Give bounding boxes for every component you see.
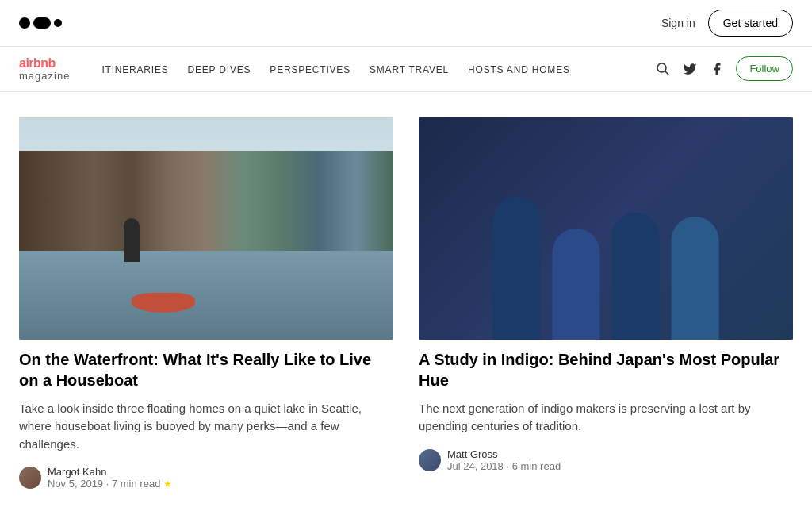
author-name-indigo[interactable]: Matt Gross (447, 448, 561, 460)
twitter-icon[interactable] (682, 61, 698, 77)
article-image-houseboat[interactable] (19, 117, 393, 340)
nav-item-itineraries[interactable]: ITINERARIES (102, 62, 168, 76)
brand-logo[interactable]: airbnb magazine (19, 56, 70, 82)
brand-sub: magazine (19, 71, 70, 82)
article-title-indigo[interactable]: A Study in Indigo: Behind Japan's Most P… (419, 349, 793, 390)
indigo-figures (493, 197, 719, 340)
article-excerpt-indigo: The next generation of indigo makers is … (419, 400, 793, 436)
author-name-houseboat[interactable]: Margot Kahn (48, 466, 172, 478)
get-started-button[interactable]: Get started (708, 10, 793, 37)
sign-in-button[interactable]: Sign in (661, 17, 695, 29)
meta-date-houseboat: Nov 5, 2019 · 7 min read ★ (48, 478, 172, 490)
nav-item-smart-travel[interactable]: SMART TRAVEL (370, 62, 449, 76)
author-avatar-matt (419, 449, 441, 471)
top-bar-right: Sign in Get started (661, 10, 793, 37)
indigo-person-3 (612, 213, 660, 340)
brand-name: airbnb (19, 56, 70, 71)
articles-container: On the Waterfront: What It's Really Like… (0, 92, 812, 515)
meta-date-indigo: Jul 24, 2018 · 6 min read (447, 460, 561, 472)
nav-right: Follow (655, 56, 793, 81)
indigo-person-1 (493, 197, 541, 340)
top-bar: Sign in Get started (0, 0, 812, 47)
article-meta-houseboat: Margot Kahn Nov 5, 2019 · 7 min read ★ (19, 466, 393, 490)
nav-bar: airbnb magazine ITINERARIES DEEP DIVES P… (0, 47, 812, 92)
article-title-houseboat[interactable]: On the Waterfront: What It's Really Like… (19, 349, 393, 390)
meta-info-houseboat: Margot Kahn Nov 5, 2019 · 7 min read ★ (48, 466, 172, 490)
search-icon[interactable] (655, 61, 671, 77)
medium-logo[interactable] (19, 17, 62, 29)
scene-water (19, 251, 393, 340)
article-card-indigo: A Study in Indigo: Behind Japan's Most P… (419, 117, 793, 490)
article-meta-indigo: Matt Gross Jul 24, 2018 · 6 min read (419, 448, 793, 472)
medium-dot-large (19, 17, 30, 29)
follow-button[interactable]: Follow (736, 56, 793, 81)
nav-item-perspectives[interactable]: PERSPECTIVES (270, 62, 350, 76)
facebook-icon[interactable] (709, 61, 725, 77)
article-excerpt-houseboat: Take a look inside three floating homes … (19, 400, 393, 454)
nav-links: ITINERARIES DEEP DIVES PERSPECTIVES SMAR… (102, 62, 630, 76)
nav-item-hosts-and-homes[interactable]: HOSTS AND HOMES (468, 62, 570, 76)
article-card-houseboat: On the Waterfront: What It's Really Like… (19, 117, 393, 490)
svg-line-1 (665, 71, 669, 75)
medium-dot-m (33, 17, 51, 29)
nav-item-deep-dives[interactable]: DEEP DIVES (188, 62, 251, 76)
medium-dot-small (54, 19, 62, 27)
scene-boat (132, 293, 195, 313)
featured-star: ★ (163, 478, 172, 490)
article-image-indigo[interactable] (419, 117, 793, 340)
author-avatar-margot (19, 467, 41, 489)
scene-figure (124, 218, 140, 262)
indigo-person-4 (672, 217, 719, 340)
indigo-person-2 (553, 229, 600, 340)
meta-info-indigo: Matt Gross Jul 24, 2018 · 6 min read (447, 448, 561, 472)
